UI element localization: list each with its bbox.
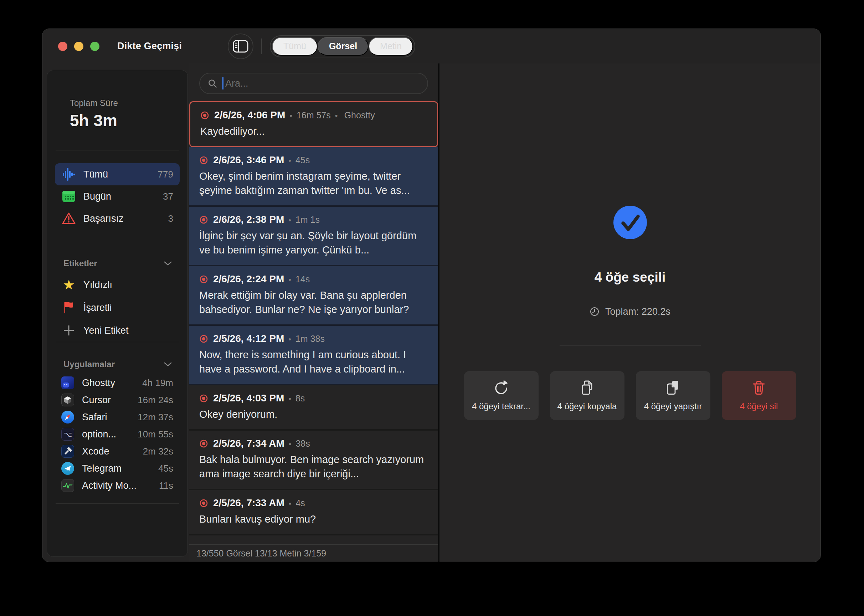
sidebar: Toplam Süre 5h 3m Tümü 779 [42, 63, 189, 562]
entry-text: Now, there is something I am curious abo… [199, 347, 428, 376]
app-item[interactable]: Safari 12m 37s [55, 409, 180, 426]
app-label: Activity Mo... [82, 480, 159, 491]
selection-title: 4 öğe seçili [595, 270, 666, 285]
history-entry[interactable]: 2/6/26, 4:06 PM 16m 57s Ghostty Kaydedil… [189, 101, 438, 147]
zoom-button[interactable] [90, 42, 99, 51]
filter-segment-label: Görsel [329, 41, 357, 51]
tags-section-header: Etiketler [47, 258, 187, 269]
title-bar: Dikte Geçmişi Tümü [42, 29, 820, 63]
app-label: Safari [82, 412, 138, 423]
selection-action-button[interactable]: 4 öğeyi yapıştır [636, 371, 710, 420]
tag-item[interactable]: ★ Yıldızlı [55, 273, 180, 296]
filter-segment[interactable]: Metin [369, 37, 413, 56]
app-item[interactable]: Ghostty 4h 19m [55, 374, 180, 391]
search-input[interactable] [225, 78, 420, 89]
record-icon [199, 215, 208, 224]
text-caret [222, 77, 223, 90]
history-entry[interactable]: 2/6/26, 2:24 PM 14s Merak ettiğim bir ol… [189, 266, 438, 326]
selection-total-row: Toplam: 220.2s [589, 306, 671, 317]
tags-header-label: Etiketler [63, 258, 97, 269]
telegram-app-icon [61, 462, 74, 475]
total-duration-value: 5h 3m [70, 111, 187, 130]
minimize-button[interactable] [74, 42, 83, 51]
waveform-icon [61, 167, 76, 182]
app-duration: 11s [159, 480, 173, 491]
entry-date: 2/6/26, 2:24 PM [213, 273, 284, 285]
trash-icon [750, 379, 767, 396]
filter-segment[interactable]: Tümü [272, 37, 317, 56]
search-field[interactable] [199, 73, 428, 94]
history-entries: 2/6/26, 4:06 PM 16m 57s Ghostty Kaydedil… [189, 101, 438, 544]
apps-header-label: Uygulamalar [63, 359, 115, 369]
entry-text: Okey, şimdi benim instagram şeyime, twit… [199, 169, 428, 198]
history-entry[interactable]: 2/6/26, 2:38 PM 1m 1s İlginç bir şey var… [189, 207, 438, 266]
filter-segment[interactable]: Görsel [317, 37, 369, 56]
cursor-app-icon [61, 394, 74, 406]
retry-icon [493, 379, 510, 396]
clock-icon [589, 306, 600, 317]
close-button[interactable] [58, 42, 68, 51]
paste-icon [664, 379, 682, 396]
filter-segmented-control: Tümü Görsel Metin [270, 35, 415, 57]
selection-detail-panel: 4 öğe seçili Toplam: 220.2s 4 öğey [438, 63, 820, 562]
flag-icon [61, 301, 76, 314]
app-duration: 4h 19m [142, 377, 173, 388]
sidebar-nav-count: 779 [158, 169, 173, 180]
history-entry[interactable]: 2/6/26, 3:46 PM 45s Okey, şimdi benim in… [189, 147, 438, 207]
sidebar-divider [56, 241, 179, 241]
history-entry[interactable]: 2/5/26, 7:34 AM 38s Bak hala bulmuyor. B… [189, 431, 438, 490]
sidebar-nav-item[interactable]: Bugün 37 [55, 185, 180, 207]
xcode-app-icon [61, 445, 74, 458]
record-icon [200, 111, 209, 120]
chevron-down-icon[interactable] [164, 362, 172, 366]
list-status-text: 13/550 Görsel 13/13 Metin 3/159 [196, 548, 326, 559]
entry-text: İlginç bir şey var şu an. Şöyle bir layo… [199, 228, 428, 257]
sidebar-toggle-icon [233, 40, 248, 53]
ghostty-app-icon [61, 376, 74, 389]
entry-duration: 8s [284, 393, 305, 404]
sidebar-nav-label: Tümü [83, 169, 158, 180]
sidebar-nav-count: 3 [168, 213, 173, 224]
warning-icon [61, 212, 76, 225]
total-duration-block: Toplam Süre 5h 3m [47, 70, 187, 130]
copy-icon [578, 379, 595, 396]
entry-app: Ghostty [331, 110, 375, 121]
history-entry[interactable]: 2/5/26, 4:03 PM 8s Okey deniyorum. [189, 385, 438, 431]
detail-divider [559, 345, 701, 346]
sidebar-toggle-button[interactable] [228, 33, 253, 59]
tag-item[interactable]: Yeni Etiket [55, 319, 180, 342]
chevron-down-icon[interactable] [164, 261, 172, 266]
sidebar-nav: Tümü 779 Bugün 37 Başarıs [47, 151, 187, 229]
sidebar-nav-item[interactable]: Tümü 779 [55, 163, 180, 185]
entry-date: 2/6/26, 3:46 PM [213, 154, 284, 166]
filter-segment-label: Metin [380, 41, 402, 51]
app-item[interactable]: Cursor 16m 24s [55, 391, 180, 409]
app-item[interactable]: ⌥ option... 10m 55s [55, 426, 180, 443]
app-label: Telegram [82, 463, 158, 474]
app-label: option... [82, 429, 138, 440]
app-window: Dikte Geçmişi Tümü [42, 28, 821, 562]
search-area [189, 63, 438, 101]
app-item[interactable]: Activity Mo... 11s [55, 477, 180, 494]
window-controls [58, 42, 99, 51]
app-label: Xcode [82, 446, 143, 457]
entry-text: Kaydediliyor... [200, 124, 427, 138]
activity-monitor-app-icon [61, 479, 74, 492]
app-item[interactable]: Xcode 2m 32s [55, 443, 180, 460]
tag-label: Yıldızlı [83, 280, 173, 291]
plus-icon [61, 324, 76, 336]
selection-action-button[interactable]: 4 öğeyi kopyala [550, 371, 624, 420]
record-icon [199, 439, 208, 448]
history-entry[interactable]: 2/5/26, 7:33 AM 4s Bunları kavuş ediyor … [189, 490, 438, 536]
app-label: Ghostty [82, 377, 142, 388]
entry-duration: 45s [284, 155, 310, 165]
history-entry[interactable]: 2/5/26, 4:12 PM 1m 38s Now, there is som… [189, 326, 438, 385]
selection-action-button[interactable]: 4 öğeyi sil [722, 371, 796, 420]
app-item[interactable]: Telegram 45s [55, 460, 180, 477]
entry-date: 2/6/26, 4:06 PM [214, 110, 285, 121]
safari-app-icon [61, 411, 74, 423]
sidebar-nav-item[interactable]: Başarısız 3 [55, 207, 180, 229]
history-list-column: 2/6/26, 4:06 PM 16m 57s Ghostty Kaydedil… [189, 63, 438, 562]
tag-item[interactable]: İşaretli [55, 296, 180, 319]
selection-action-button[interactable]: 4 öğeyi tekrar... [464, 371, 539, 420]
